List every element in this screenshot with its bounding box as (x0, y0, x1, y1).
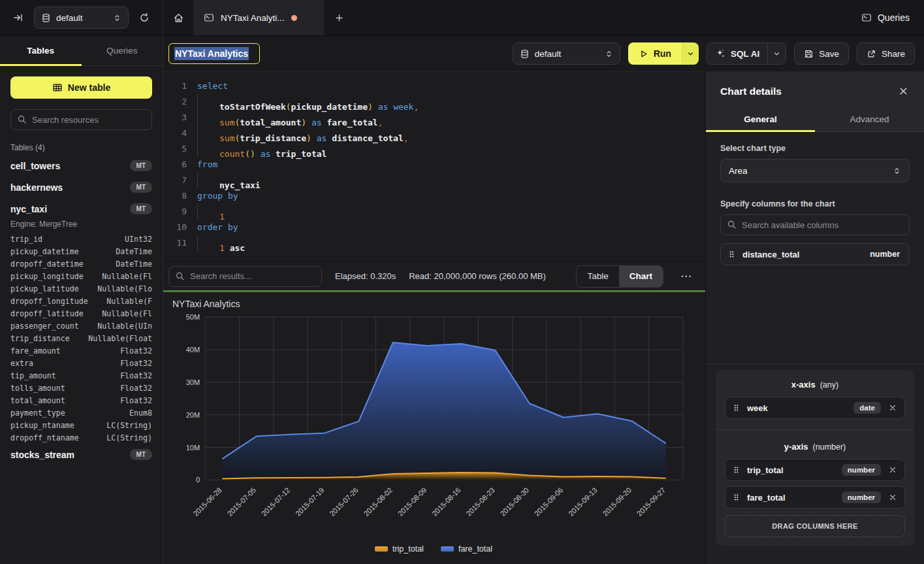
new-tab-button[interactable] (324, 0, 354, 35)
x-axis-fields: weekdate (725, 397, 905, 419)
svg-text:2015-09-06: 2015-09-06 (533, 486, 564, 517)
remove-column-button[interactable] (887, 492, 898, 503)
new-table-button[interactable]: New table (10, 76, 152, 99)
sql-ai-options-button[interactable] (767, 43, 786, 64)
save-button[interactable]: Save (794, 42, 849, 65)
column-row[interactable]: dropoff_datetimeDateTime (0, 257, 163, 270)
column-row[interactable]: payment_typeEnum8 (0, 406, 163, 419)
table-row[interactable]: nyc_taxiMT (0, 198, 163, 220)
column-row[interactable]: dropoff_latitudeNullable(Fl (0, 307, 163, 320)
y-axis-label: y-axis (784, 442, 808, 452)
indent-guide (197, 125, 219, 141)
column-row[interactable]: dropoff_longitudeNullable(F (0, 295, 163, 307)
line-number: 8 (167, 188, 187, 204)
view-toggle-chart[interactable]: Chart (619, 266, 663, 287)
column-row[interactable]: pickup_datetimeDateTime (0, 245, 163, 257)
draggable-column[interactable]: distance_totalnumber (720, 243, 910, 265)
arrow-to-bar-icon (13, 12, 24, 23)
column-type: Float32 (120, 346, 152, 356)
column-row[interactable]: tolls_amountFloat32 (0, 382, 163, 394)
legend-item[interactable]: fare_total (441, 544, 492, 554)
refresh-button[interactable] (135, 8, 153, 27)
run-button[interactable]: Run (628, 42, 682, 65)
column-row[interactable]: pickup_ntanameLC(String) (0, 419, 163, 431)
share-button[interactable]: Share (857, 42, 915, 65)
editor-line: 10order by (167, 220, 705, 235)
drag-handle-icon (727, 250, 736, 259)
editor-line: 5count() as trip_total (167, 141, 705, 157)
column-name: total_amount (10, 396, 65, 405)
tab-advanced[interactable]: Advanced (815, 107, 924, 131)
column-type: Nullable(Flo (97, 284, 152, 293)
table-row[interactable]: cell_towersMT (0, 155, 163, 176)
table-row[interactable]: hackernewsMT (0, 176, 163, 198)
query-title-input[interactable]: NYTaxi Analytics (168, 43, 260, 64)
legend-item[interactable]: trip_total (375, 544, 424, 554)
columns-search (720, 214, 910, 235)
draggable-column[interactable]: trip_totalnumber (725, 459, 905, 481)
column-row[interactable]: trip_idUInt32 (0, 233, 163, 245)
remove-column-button[interactable] (887, 465, 898, 475)
column-row[interactable]: tip_amountFloat32 (0, 369, 163, 382)
run-options-button[interactable] (682, 42, 699, 65)
column-type: Float32 (120, 396, 152, 405)
table-row[interactable]: stocks_streamMT (0, 444, 163, 465)
view-toggle-table[interactable]: Table (577, 266, 618, 287)
sql-ai-label: SQL AI (731, 49, 759, 59)
line-content: toStartOfWeek(pickup_datetime) as week, (197, 94, 419, 110)
column-type: Nullable(Fl (102, 309, 152, 318)
chart-type-select[interactable]: Area (720, 159, 910, 182)
column-row[interactable]: total_amountFloat32 (0, 394, 163, 406)
column-type: Nullable(UIn (97, 322, 152, 331)
remove-column-button[interactable] (887, 403, 898, 413)
columns-label: Specify columns for the chart (706, 199, 924, 208)
queries-button[interactable]: Queries (861, 12, 910, 23)
drag-handle-icon (732, 403, 741, 412)
column-row[interactable]: dropoff_ntanameLC(String) (0, 431, 163, 444)
sidebar-tab-queries[interactable]: Queries (82, 36, 163, 65)
resources-search-input[interactable] (10, 109, 152, 130)
chart-type-value: Area (729, 166, 748, 176)
y-axis-fields: trip_totalnumberfare_totalnumber (725, 459, 905, 508)
column-row[interactable]: pickup_latitudeNullable(Flo (0, 282, 163, 295)
engine-badge: MT (130, 203, 152, 214)
draggable-column[interactable]: weekdate (725, 397, 905, 419)
results-search-input[interactable] (168, 266, 322, 287)
database-selector[interactable]: default (34, 7, 129, 29)
query-tab[interactable]: NYTaxi Analyti... (193, 0, 324, 35)
columns-search-input[interactable] (720, 214, 910, 235)
column-row[interactable]: pickup_longitudeNullable(Fl (0, 270, 163, 282)
draggable-column[interactable]: fare_totalnumber (725, 486, 905, 508)
column-row[interactable]: fare_amountFloat32 (0, 344, 163, 357)
column-type: DateTime (116, 247, 152, 256)
sidebar-collapse-button[interactable] (9, 8, 27, 27)
close-panel-button[interactable] (897, 85, 910, 97)
column-row[interactable]: extraFloat32 (0, 357, 163, 369)
tab-general[interactable]: General (706, 107, 815, 131)
column-name: tolls_amount (10, 384, 65, 393)
queries-button-label: Queries (878, 12, 910, 23)
sql-ai-button[interactable]: SQL AI (707, 43, 767, 64)
refresh-icon (139, 12, 150, 23)
column-row[interactable]: trip_distanceNullable(Float (0, 332, 163, 344)
sql-ai-button-group: SQL AI (707, 42, 786, 65)
line-number: 6 (167, 157, 187, 173)
legend-swatch (441, 546, 454, 552)
more-options-button[interactable]: ⋯ (677, 267, 696, 286)
toolbar-database-selector[interactable]: default (513, 42, 620, 65)
column-pill-type: number (870, 250, 902, 259)
sidebar-tab-tables[interactable]: Tables (0, 36, 82, 65)
tab-strip: NYTaxi Analyti... (163, 0, 354, 35)
line-number: 7 (167, 173, 187, 188)
drop-zone[interactable]: DRAG COLUMNS HERE (725, 515, 905, 537)
sql-editor[interactable]: 1select2toStartOfWeek(pickup_datetime) a… (163, 72, 705, 261)
line-content: sum(total_amount) as fare_total, (197, 110, 383, 125)
area-chart-canvas[interactable]: 010M20M30M40M50M2015-06-282015-07-052015… (171, 310, 696, 540)
chart-details-panel: Chart details General Advanced Select ch… (705, 72, 924, 564)
indent-guide (197, 173, 219, 188)
search-icon (727, 220, 737, 229)
home-tab-button[interactable] (163, 0, 193, 35)
svg-text:2015-08-23: 2015-08-23 (464, 486, 496, 517)
column-row[interactable]: passenger_countNullable(UIn (0, 320, 163, 332)
column-name: dropoff_datetime (10, 259, 84, 269)
